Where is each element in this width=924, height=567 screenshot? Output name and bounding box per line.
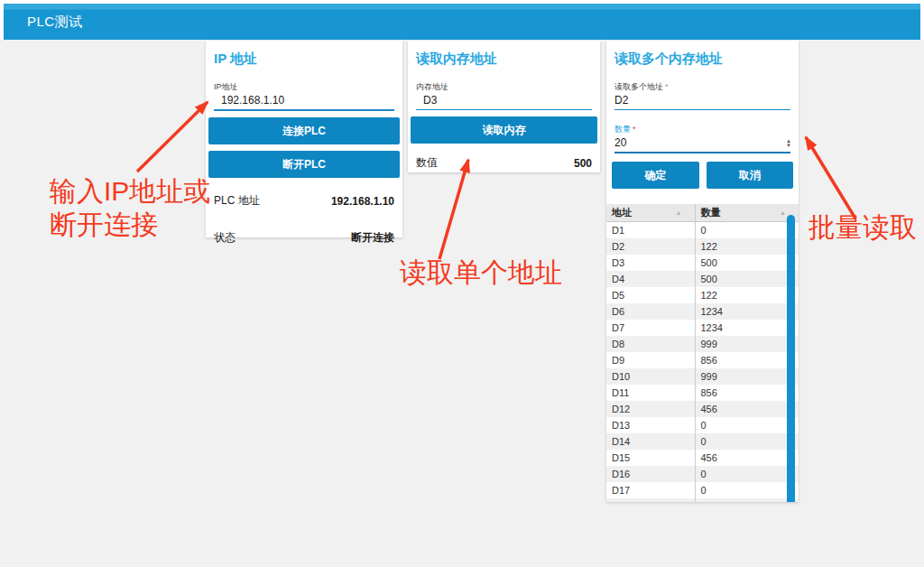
annotation-ip-note-line2: 断开连接 — [50, 209, 158, 239]
table-row[interactable]: D180 — [606, 498, 799, 503]
table-row[interactable]: D61234 — [606, 303, 799, 320]
connect-plc-button[interactable]: 连接PLC — [208, 117, 400, 144]
cell-value: 500 — [695, 255, 799, 271]
table-row[interactable]: D11856 — [606, 385, 799, 401]
table-row[interactable]: D10 — [606, 222, 799, 238]
cell-address: D2 — [606, 238, 695, 255]
value-number: 500 — [574, 157, 592, 170]
cell-value: 856 — [695, 352, 799, 368]
table-row[interactable]: D71234 — [606, 320, 799, 336]
table-row[interactable]: D5122 — [606, 287, 799, 303]
panel-single-title: 读取内存地址 — [408, 41, 600, 68]
count-field: 数量* ▲ ▼ — [606, 124, 799, 153]
count-spinner[interactable]: ▲ ▼ — [786, 139, 791, 148]
table-row[interactable]: D130 — [606, 417, 799, 433]
app-title: PLC测试 — [27, 14, 83, 31]
cell-address: D15 — [606, 450, 695, 466]
multi-address-field: 读取多个地址* — [606, 81, 799, 110]
cell-value: 0 — [695, 482, 799, 498]
cell-value: 500 — [695, 271, 799, 287]
cell-value: 856 — [695, 385, 799, 401]
cell-address: D13 — [606, 417, 695, 433]
memory-address-label: 内存地址 — [416, 81, 592, 93]
memory-table: 地址 ▲ 数量 ▲ D10D21 — [606, 204, 799, 502]
column-header-address-label: 地址 — [612, 206, 632, 219]
cell-address: D18 — [606, 498, 695, 503]
disconnect-plc-button[interactable]: 断开PLC — [208, 151, 400, 178]
content-area: IP 地址 IP地址 连接PLC 断开PLC PLC 地址 192.168.1.… — [0, 40, 924, 567]
table-row[interactable]: D15456 — [606, 450, 799, 466]
memory-address-field: 内存地址 — [408, 81, 600, 110]
table-header-row: 地址 ▲ 数量 ▲ — [606, 204, 799, 222]
table-scrollbar[interactable] — [787, 215, 795, 502]
panel-multi-title: 读取多个内存地址 — [606, 41, 799, 68]
cell-address: D7 — [606, 320, 695, 336]
table-row[interactable]: D170 — [606, 482, 799, 498]
app-titlebar: PLC测试 — [4, 4, 920, 40]
sort-asc-icon[interactable]: ▲ — [780, 209, 786, 216]
cell-address: D12 — [606, 401, 695, 417]
sort-asc-icon[interactable]: ▲ — [676, 209, 682, 216]
cell-address: D14 — [606, 433, 695, 450]
panel-read-multi: 读取多个内存地址 读取多个地址* 数量* ▲ ▼ 确定 取消 — [606, 41, 799, 502]
ip-input[interactable] — [214, 93, 394, 111]
status-label: 状态 — [214, 230, 236, 246]
count-input[interactable] — [614, 135, 790, 153]
value-row: 数值 500 — [408, 155, 600, 171]
cell-address: D17 — [606, 482, 695, 498]
table-row[interactable]: D2122 — [606, 238, 799, 255]
multi-address-input[interactable] — [614, 93, 790, 110]
table-row[interactable]: D4500 — [606, 271, 799, 287]
required-mark: * — [633, 125, 636, 134]
table-row[interactable]: D3500 — [606, 255, 799, 271]
cell-address: D16 — [606, 466, 695, 482]
cell-value: 0 — [695, 417, 799, 433]
count-label: 数量* — [614, 124, 790, 135]
table-row[interactable]: D10999 — [606, 368, 799, 385]
memory-table-container: 地址 ▲ 数量 ▲ D10D21 — [606, 204, 799, 502]
cell-address: D11 — [606, 385, 695, 401]
cell-value: 0 — [695, 498, 799, 503]
spinner-down-icon[interactable]: ▼ — [786, 144, 791, 148]
table-row[interactable]: D8999 — [606, 336, 799, 352]
panel-ip-address: IP 地址 IP地址 连接PLC 断开PLC PLC 地址 192.168.1.… — [206, 41, 402, 237]
cell-value: 1234 — [695, 320, 799, 336]
cell-address: D5 — [606, 287, 695, 303]
panel-ip-title: IP 地址 — [206, 41, 402, 68]
table-row[interactable]: D12456 — [606, 401, 799, 417]
cell-address: D3 — [606, 255, 695, 271]
ok-button[interactable]: 确定 — [612, 162, 699, 189]
cell-value: 999 — [695, 336, 799, 352]
annotation-ip-note: 输入IP地址或断开连接 — [50, 174, 210, 241]
table-row[interactable]: D9856 — [606, 352, 799, 368]
multi-address-label-text: 读取多个地址 — [614, 82, 663, 91]
memory-table-body: D10D2122D3500D4500D5122D61234D71234D8999… — [606, 222, 799, 503]
status-value: 断开连接 — [351, 230, 394, 246]
multi-buttons: 确定 取消 — [606, 162, 799, 189]
cell-value: 456 — [695, 401, 799, 417]
cell-address: D9 — [606, 352, 695, 368]
annotation-batch-note: 批量读取 — [808, 210, 917, 244]
column-header-count[interactable]: 数量 ▲ — [695, 204, 799, 222]
cell-value: 1234 — [695, 303, 799, 320]
read-memory-button[interactable]: 读取内存 — [411, 116, 597, 144]
status-row: 状态 断开连接 — [206, 230, 402, 246]
memory-address-input[interactable] — [416, 93, 592, 110]
column-header-count-label: 数量 — [701, 206, 721, 219]
cancel-button[interactable]: 取消 — [707, 162, 794, 189]
cell-address: D10 — [606, 368, 695, 385]
required-mark: * — [665, 82, 669, 91]
plc-address-value: 192.168.1.10 — [331, 195, 394, 208]
cell-address: D1 — [606, 222, 695, 238]
plc-address-label: PLC 地址 — [214, 193, 260, 209]
annotation-ip-note-line1: 输入IP地址或 — [50, 176, 210, 206]
column-header-address[interactable]: 地址 ▲ — [606, 204, 695, 222]
table-row[interactable]: D140 — [606, 433, 799, 450]
ip-field-label: IP地址 — [214, 81, 394, 93]
cell-value: 456 — [695, 450, 799, 466]
count-label-text: 数量 — [614, 125, 631, 134]
table-row[interactable]: D160 — [606, 466, 799, 482]
cell-value: 122 — [695, 287, 799, 303]
ip-field: IP地址 — [206, 81, 402, 111]
cell-address: D6 — [606, 303, 695, 320]
